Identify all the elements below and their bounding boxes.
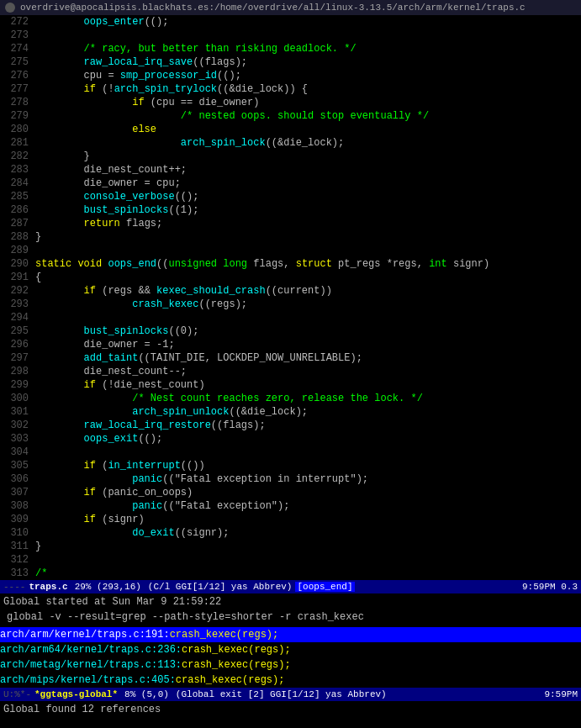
- code-line: 278 if (cpu == die_owner): [0, 96, 581, 109]
- line-number: 305: [0, 459, 32, 472]
- line-number: 287: [0, 217, 32, 230]
- code-line: 304: [0, 446, 581, 459]
- line-content: oops_exit(();: [32, 432, 162, 446]
- code-line: 276 cpu = smp_processor_id(();: [0, 69, 581, 82]
- grep-result-item[interactable]: arch/metag/kernel/traps.c:113: crash_kex…: [0, 657, 581, 673]
- line-number: 299: [0, 378, 32, 392]
- line-content: }: [32, 230, 41, 244]
- line-number: 311: [0, 540, 32, 553]
- status-filename: traps.c: [29, 582, 67, 592]
- mode-indicator: ----: [3, 582, 25, 592]
- status-funcname: [oops_end]: [295, 582, 354, 592]
- line-content: if (signr): [32, 513, 145, 526]
- grep-result-item[interactable]: arch/arm64/kernel/traps.c:236: crash_kex…: [0, 642, 581, 657]
- code-line: 287 return flags;: [0, 217, 581, 230]
- line-content: return flags;: [32, 217, 162, 230]
- grep-match-text: crash_kexec(regs);: [182, 657, 291, 673]
- code-line: 310 do_exit((signr);: [0, 526, 581, 540]
- line-content: [32, 29, 35, 42]
- line-content: panic(("Fatal exception in interrupt");: [32, 472, 368, 486]
- line-content: raw_local_irq_save((flags);: [32, 55, 247, 69]
- line-content: {: [32, 271, 41, 284]
- code-line: 307 if (panic_on_oops): [0, 486, 581, 499]
- grep-command: global -v --result=grep --path-style=sho…: [3, 609, 578, 625]
- code-line: 298 die_nest_count--;: [0, 365, 581, 378]
- line-number: 277: [0, 82, 32, 96]
- app-icon: [5, 3, 15, 13]
- line-number: 291: [0, 271, 32, 284]
- line-number: 308: [0, 499, 32, 513]
- line-number: 313: [0, 567, 32, 580]
- line-content: raw_local_irq_restore((flags);: [32, 419, 266, 432]
- line-content: [32, 311, 35, 324]
- grep-match-text: crash_kexec(regs);: [170, 627, 279, 642]
- grep-result-item[interactable]: arch/mips/kernel/traps.c:405: crash_kexe…: [0, 673, 581, 688]
- line-number: 298: [0, 365, 32, 378]
- bottom-mode: U:%*-: [3, 689, 31, 699]
- line-number: 296: [0, 338, 32, 351]
- line-number: 280: [0, 123, 32, 136]
- grep-results-list[interactable]: arch/arm/kernel/traps.c:191: crash_kexec…: [0, 627, 581, 688]
- code-line: 296 die_owner = -1;: [0, 338, 581, 351]
- line-number: 275: [0, 55, 32, 69]
- code-line: 301 arch_spin_unlock((&die_lock);: [0, 405, 581, 419]
- line-content: add_taint((TAINT_DIE, LOCKDEP_NOW_UNRELI…: [32, 351, 362, 365]
- code-line: 284 die_owner = cpu;: [0, 177, 581, 190]
- line-number: 283: [0, 163, 32, 177]
- line-content: die_nest_count--;: [32, 365, 187, 378]
- line-content: [32, 553, 35, 567]
- code-line: 279 /* nested oops. should stop eventual…: [0, 109, 581, 123]
- code-line: 306 panic(("Fatal exception in interrupt…: [0, 472, 581, 486]
- code-line: 277 if (!arch_spin_trylock((&die_lock)) …: [0, 82, 581, 96]
- line-content: }: [32, 540, 41, 553]
- line-content: if (!die_nest_count): [32, 378, 205, 392]
- code-line: 283 die_nest_count++;: [0, 163, 581, 177]
- code-line: 288}: [0, 230, 581, 244]
- code-line: 311}: [0, 540, 581, 553]
- code-line: 294: [0, 311, 581, 324]
- code-line: 273: [0, 29, 581, 42]
- line-content: bust_spinlocks((0);: [32, 324, 198, 338]
- code-line: 302 raw_local_irq_restore((flags);: [0, 419, 581, 432]
- bottom-status-bar: U:%*- *ggtags-global* 8% (5,0) (Global e…: [0, 688, 581, 701]
- status-time: 9:59PM 0.3: [522, 582, 578, 592]
- code-editor[interactable]: 272 oops_enter(();273274 /* racy, but be…: [0, 15, 581, 580]
- echo-line1: Global started at Sun Mar 9 21:59:22: [3, 595, 578, 609]
- line-number: 286: [0, 203, 32, 217]
- code-line: 290static void oops_end((unsigned long f…: [0, 257, 581, 271]
- line-content: arch_spin_lock((&die_lock);: [32, 136, 344, 150]
- echo-area: Global started at Sun Mar 9 21:59:22 glo…: [0, 593, 581, 627]
- line-number: 301: [0, 405, 32, 419]
- line-content: die_owner = -1;: [32, 338, 175, 351]
- code-line: 281 arch_spin_lock((&die_lock);: [0, 136, 581, 150]
- line-content: console_verbose(();: [32, 190, 198, 203]
- code-line: 308 panic(("Fatal exception");: [0, 499, 581, 513]
- line-number: 284: [0, 177, 32, 190]
- line-number: 293: [0, 298, 32, 311]
- code-line: 312: [0, 553, 581, 567]
- line-number: 281: [0, 136, 32, 150]
- line-number: 310: [0, 526, 32, 540]
- line-number: 289: [0, 244, 32, 257]
- grep-file-path: arch/mips/kernel/traps.c:405:: [0, 673, 176, 688]
- grep-match-text: crash_kexec(regs);: [176, 673, 285, 688]
- line-number: 278: [0, 96, 32, 109]
- line-number: 312: [0, 553, 32, 567]
- line-number: 306: [0, 472, 32, 486]
- line-content: if (!arch_spin_trylock((&die_lock)) {: [32, 82, 308, 96]
- code-line: 286 bust_spinlocks((1);: [0, 203, 581, 217]
- line-content: /* racy, but better than risking deadloc…: [32, 42, 357, 55]
- line-content: if (regs && kexec_should_crash((current)…: [32, 284, 332, 298]
- code-line: 282 }: [0, 150, 581, 163]
- line-content: }: [32, 150, 90, 163]
- status-position: 29% (293,16): [75, 582, 141, 592]
- line-content: panic(("Fatal exception");: [32, 499, 289, 513]
- line-content: bust_spinlocks((1);: [32, 203, 198, 217]
- line-content: static void oops_end((unsigned long flag…: [32, 257, 489, 271]
- line-number: 297: [0, 351, 32, 365]
- code-line: 289: [0, 244, 581, 257]
- line-content: if (panic_on_oops): [32, 486, 193, 499]
- line-content: if (in_interrupt(()): [32, 459, 205, 472]
- code-line: 295 bust_spinlocks((0);: [0, 324, 581, 338]
- grep-result-item[interactable]: arch/arm/kernel/traps.c:191: crash_kexec…: [0, 627, 581, 642]
